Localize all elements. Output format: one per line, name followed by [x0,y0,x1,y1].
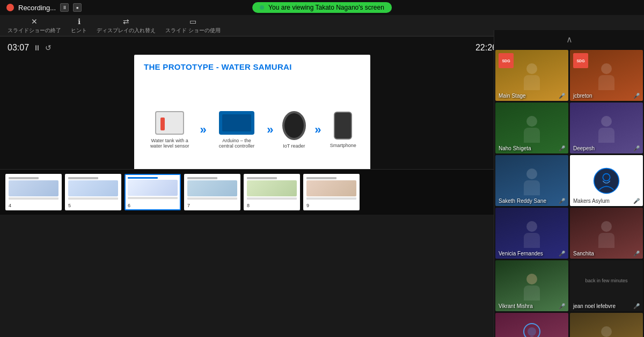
participant-tile-venicia[interactable]: Venicia Fernandes 🎤 [495,208,568,259]
person-silhouette-naho [522,116,541,143]
end-slideshow-label: スライドショーの終了 [8,27,61,34]
thumbnail-9[interactable]: 9 [303,174,360,210]
participant-name-sanchita: Sanchita [573,251,594,257]
arrow-1: » [200,123,206,137]
participant-name-naho: Naho Shigeta [499,145,531,151]
person-silhouette-saketh [522,169,541,195]
participant-tile-naho[interactable]: Naho Shigeta 🎤 [495,102,568,153]
pause-icon: ⏸ [62,5,67,10]
slide-item-arduino: Arduino – the central controller [215,111,258,149]
person-silhouette [522,63,541,90]
person-silhouette-deepesh [597,116,616,143]
main-area: ✕ スライドショーの終了 ℹ ヒント ⇄ ディスプレイの入れ替え ▭ スライド … [0,15,644,337]
sdg-overlay: SDG [499,53,514,68]
participant-name-makers-asylum: Makers Asylum [573,198,610,204]
thumbnail-4[interactable]: 4 [5,174,62,210]
mic-icon-jean: 🎤 [633,303,640,309]
participant-name-jcbreton: jcbreton [573,93,592,99]
toolbar-end-slideshow[interactable]: ✕ スライドショーの終了 [8,17,61,34]
mic-icon-vikrant: 🎤 [559,303,565,309]
thumb-6-num: 6 [128,203,130,208]
makers-asylum-logo [593,167,620,194]
svg-point-3 [528,327,536,336]
mic-icon-main-stage: 🎤 [559,93,565,99]
thumb-8-bg [245,175,299,209]
slide-item-phone: Smartphone [330,112,356,148]
thumbnail-7[interactable]: 7 [184,174,240,210]
thumbnail-6[interactable]: 6 [125,174,181,210]
back-message: back in few minutes [570,260,643,301]
thumb-5-bg [66,175,120,209]
swap-display-icon: ⇄ [123,17,129,26]
toolbar-use-slideshow[interactable]: ▭ スライド ショーの使用 [165,17,221,34]
participants-sidebar: ∧ SDG Main Stage 🎤 SDG jcbreton [494,30,644,337]
slide-title: THE PROTOTYPE - WATER SAMURAI [144,62,361,71]
iot-icon [282,111,306,140]
slide-item-iot: IoT reader [282,111,306,149]
top-bar-left: Recording... ⏸ ■ [6,3,82,12]
participant-tile-saketh[interactable]: Saketh Reddy Sane 🎤 [495,155,568,206]
refresh-slide-icon[interactable]: ↺ [45,43,52,52]
toolbar-hint[interactable]: ℹ ヒント [71,17,87,34]
thumb-6-bg [126,175,180,209]
participants-grid: SDG Main Stage 🎤 SDG jcbreton 🎤 [494,49,644,337]
participant-tile-makers-asylum[interactable]: Makers Asylum 🎤 [570,155,643,206]
participant-tile-main-stage[interactable]: SDG Main Stage 🎤 [495,50,568,101]
arduino-icon [219,111,254,135]
mic-icon-saketh: 🎤 [559,198,565,204]
chevron-up-icon: ∧ [566,35,573,44]
participant-name-jean: jean noel lefebvre [573,303,616,309]
participant-tile-amrutha[interactable]: Amrutha 🎤 [495,313,568,337]
person-silhouette-vikrant [522,274,541,301]
thumb-8-num: 8 [247,203,250,208]
tank-icon [155,111,184,135]
thumbnail-8[interactable]: 8 [244,174,300,210]
slide-controls-inline: 03:07 ⏸ ↺ [8,43,52,53]
thumb-4-num: 4 [9,203,11,208]
participant-name-venicia: Venicia Fernandes [499,251,543,257]
toolbar-swap-display[interactable]: ⇄ ディスプレイの入れ替え [97,17,156,34]
participant-tile-sanchita[interactable]: Sanchita 🎤 [570,208,643,259]
phone-icon [334,112,352,140]
person-silhouette-venicia [522,221,541,248]
share-banner-dot [260,5,264,10]
mic-icon-sanchita: 🎤 [633,251,640,257]
mic-icon-deepesh: 🎤 [633,145,640,151]
participant-name-main-stage: Main Stage [499,93,526,99]
arduino-label: Arduino – the central controller [215,138,258,149]
pause-slide-icon[interactable]: ⏸ [33,43,41,52]
iot-label: IoT reader [283,143,305,149]
chevron-up-button[interactable]: ∧ [494,30,644,49]
person-silhouette-sanchita [597,221,616,248]
tank-label: Water tank with a water level sensor [148,138,191,149]
use-slideshow-label: スライド ショーの使用 [165,27,221,34]
stop-icon: ■ [76,6,78,10]
slide-item-tank: Water tank with a water level sensor [148,111,191,149]
thumb-7-bg [185,175,239,209]
arrow-3: » [314,123,321,137]
thumb-9-bg [304,175,358,209]
stop-button[interactable]: ■ [73,3,82,12]
mic-icon-venicia: 🎤 [559,251,565,257]
participant-tile-jean[interactable]: back in few minutes jean noel lefebvre 🎤 [570,260,643,311]
thumb-7-num: 7 [187,203,190,208]
mic-icon-jcbreton: 🎤 [633,93,640,99]
slide-content-row: Water tank with a water level sensor » A… [144,78,361,181]
recording-label: Recording... [18,4,56,12]
amrutha-logo [516,318,548,337]
swap-display-label: ディスプレイの入れ替え [97,27,156,34]
thumb-5-num: 5 [68,203,71,208]
thumb-9-num: 9 [306,203,309,208]
mic-icon-naho: 🎤 [559,145,565,151]
hint-icon: ℹ [78,17,80,26]
participant-tile-jcbreton[interactable]: SDG jcbreton 🎤 [570,50,643,101]
pause-button[interactable]: ⏸ [60,3,69,12]
participant-name-deepesh: Deepesh [573,145,595,151]
participant-tile-deepesh[interactable]: Deepesh 🎤 [570,102,643,153]
share-banner: You are viewing Takato Nagano's screen [252,2,392,13]
thumbnail-5[interactable]: 5 [65,174,121,210]
participant-tile-vikrant[interactable]: Vikrant Mishra 🎤 [495,260,568,311]
sdg-overlay-jcbreton: SDG [573,53,588,68]
participant-tile-shriraj[interactable]: Shriraj Pethe 🎤 [570,313,643,337]
end-slideshow-icon: ✕ [31,17,38,26]
